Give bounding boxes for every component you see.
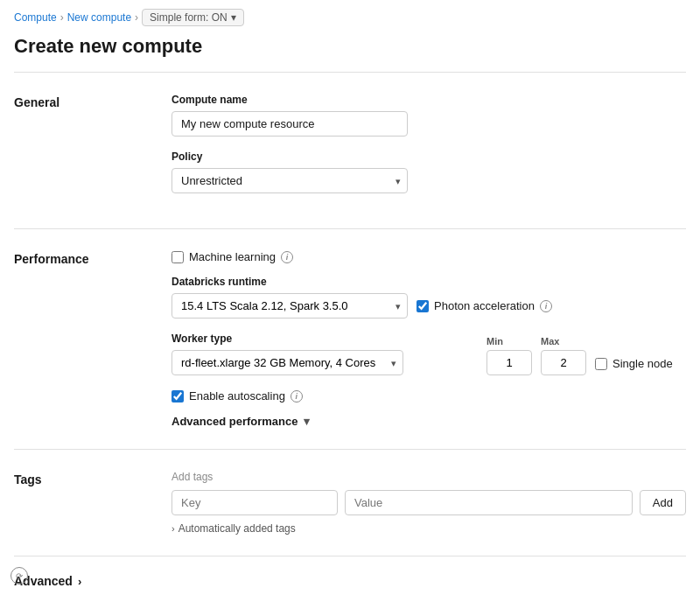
tags-section-content: Add tags Add › Automatically added tags bbox=[172, 471, 686, 535]
worker-type-field: Worker type rd-fleet.xlarge 32 GB Memory… bbox=[172, 332, 686, 375]
photon-checkbox[interactable] bbox=[416, 300, 429, 312]
breadcrumb-new-compute[interactable]: New compute bbox=[67, 11, 131, 24]
min-max-group: Min Max bbox=[486, 336, 586, 375]
auto-tags-label: Automatically added tags bbox=[178, 522, 296, 535]
performance-section-content: Machine learning i Databricks runtime 15… bbox=[172, 250, 686, 428]
chevron-down-icon: ▾ bbox=[231, 11, 236, 24]
tags-section-label: Tags bbox=[14, 471, 172, 535]
advanced-section-toggle[interactable]: Advanced › bbox=[14, 574, 172, 588]
history-icon[interactable]: ⟳ bbox=[10, 567, 28, 584]
autoscaling-checkbox[interactable] bbox=[172, 390, 184, 402]
machine-learning-checkbox[interactable] bbox=[172, 251, 184, 263]
machine-learning-row: Machine learning i bbox=[172, 250, 686, 263]
worker-row: Worker type rd-fleet.xlarge 32 GB Memory… bbox=[172, 332, 686, 375]
single-node-label[interactable]: Single node bbox=[612, 357, 673, 370]
advanced-section: Advanced › bbox=[14, 556, 686, 595]
min-item: Min bbox=[486, 336, 532, 375]
tags-input-row: Add bbox=[172, 490, 686, 515]
chevron-right-icon: › bbox=[78, 575, 81, 588]
runtime-select[interactable]: 15.4 LTS Scala 2.12, Spark 3.5.0 bbox=[172, 293, 408, 318]
chevron-right-icon: › bbox=[172, 523, 175, 534]
autoscaling-row: Enable autoscaling i bbox=[172, 389, 686, 402]
min-label: Min bbox=[486, 336, 532, 346]
advanced-performance-label: Advanced performance bbox=[172, 415, 298, 428]
autoscaling-label[interactable]: Enable autoscaling bbox=[189, 389, 285, 402]
tag-key-input[interactable] bbox=[172, 490, 338, 515]
single-node-row: Single node bbox=[595, 357, 673, 375]
auto-tags-toggle[interactable]: › Automatically added tags bbox=[172, 522, 686, 535]
max-label: Max bbox=[541, 336, 586, 346]
autoscaling-info-icon[interactable]: i bbox=[290, 390, 303, 402]
page-title: Create new compute bbox=[0, 32, 700, 72]
compute-name-field: Compute name bbox=[172, 94, 686, 136]
runtime-row: 15.4 LTS Scala 2.12, Spark 3.5.0 ▾ Photo… bbox=[172, 293, 686, 318]
photon-info-icon[interactable]: i bbox=[540, 300, 552, 312]
chevron-down-icon: ▾ bbox=[304, 415, 310, 428]
general-section: General Compute name Policy Unrestricted… bbox=[14, 72, 686, 228]
photon-label[interactable]: Photon acceleration bbox=[434, 299, 535, 312]
policy-field: Policy Unrestricted Personal Compute Pow… bbox=[172, 150, 686, 193]
compute-name-label: Compute name bbox=[172, 94, 686, 106]
single-node-checkbox[interactable] bbox=[595, 358, 607, 370]
breadcrumb: Compute › New compute › Simple form: ON … bbox=[0, 0, 700, 32]
performance-section-label: Performance bbox=[14, 250, 172, 428]
runtime-label: Databricks runtime bbox=[172, 276, 686, 288]
max-item: Max bbox=[541, 336, 586, 375]
runtime-select-wrapper: 15.4 LTS Scala 2.12, Spark 3.5.0 ▾ bbox=[172, 293, 408, 318]
policy-label: Policy bbox=[172, 150, 686, 163]
simple-form-toggle[interactable]: Simple form: ON ▾ bbox=[142, 9, 244, 26]
policy-select[interactable]: Unrestricted Personal Compute Power User bbox=[172, 168, 408, 193]
machine-learning-info-icon[interactable]: i bbox=[281, 251, 293, 263]
breadcrumb-compute[interactable]: Compute bbox=[14, 11, 57, 24]
performance-section: Performance Machine learning i Databrick… bbox=[14, 228, 686, 449]
advanced-performance-toggle[interactable]: Advanced performance ▾ bbox=[172, 415, 686, 428]
worker-type-select[interactable]: rd-fleet.xlarge 32 GB Memory, 4 Cores bbox=[172, 350, 403, 375]
max-input[interactable] bbox=[541, 350, 586, 375]
compute-name-input[interactable] bbox=[172, 111, 408, 136]
tag-value-input[interactable] bbox=[345, 490, 633, 515]
worker-select-wrapper: Worker type rd-fleet.xlarge 32 GB Memory… bbox=[172, 332, 478, 375]
general-section-label: General bbox=[14, 94, 172, 207]
add-tags-label: Add tags bbox=[172, 471, 686, 483]
add-tag-button[interactable]: Add bbox=[640, 490, 686, 515]
policy-select-wrapper: Unrestricted Personal Compute Power User… bbox=[172, 168, 408, 193]
photon-check-row: Photon acceleration i bbox=[416, 299, 552, 312]
worker-type-label: Worker type bbox=[172, 332, 478, 345]
machine-learning-label[interactable]: Machine learning bbox=[189, 250, 276, 263]
tags-section: Tags Add tags Add › Automatically added … bbox=[14, 449, 686, 556]
min-input[interactable] bbox=[486, 350, 532, 375]
runtime-field: Databricks runtime 15.4 LTS Scala 2.12, … bbox=[172, 276, 686, 318]
general-section-content: Compute name Policy Unrestricted Persona… bbox=[172, 94, 686, 207]
